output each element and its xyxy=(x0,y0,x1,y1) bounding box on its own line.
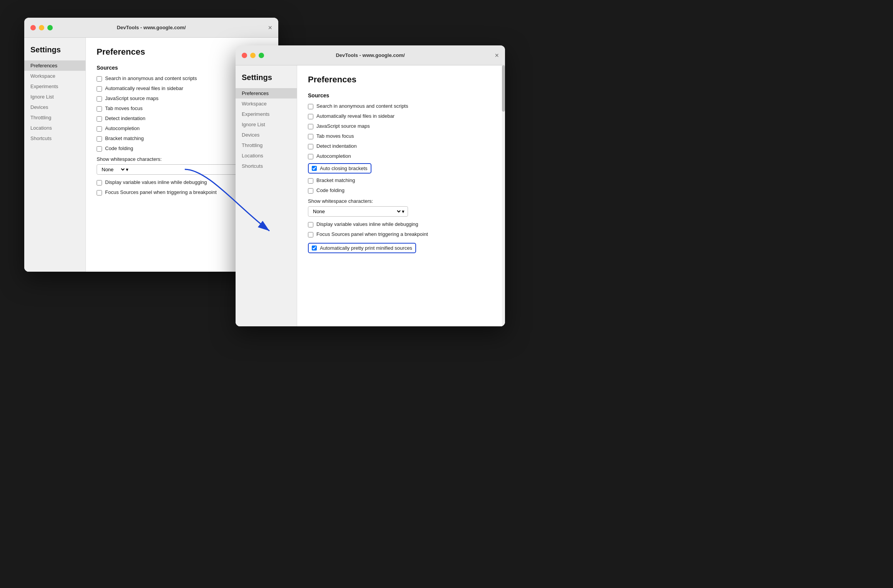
window-controls-2 xyxy=(242,53,264,58)
checkbox-tabfocus-label-2: Tab moves focus xyxy=(316,133,354,139)
checkbox-autoclosing-input-2[interactable] xyxy=(312,166,317,171)
checkbox-bracketmatch-2: Bracket matching xyxy=(308,177,494,184)
sidebar-item-experiments-2[interactable]: Experiments xyxy=(236,109,297,119)
sidebar-item-ignorelist-1[interactable]: Ignore List xyxy=(24,92,85,102)
checkbox-tabfocus-2: Tab moves focus xyxy=(308,133,494,139)
content-2: Preferences Sources Search in anonymous … xyxy=(297,65,505,326)
sidebar-item-workspace-1[interactable]: Workspace xyxy=(24,71,85,81)
whitespace-select-2[interactable]: None All Trailing xyxy=(311,208,402,215)
sidebar-item-preferences-1[interactable]: Preferences xyxy=(24,60,85,71)
maximize-button-2[interactable] xyxy=(259,53,264,58)
section-heading-2: Sources xyxy=(308,92,494,99)
checkbox-codefolding-label-2: Code folding xyxy=(316,187,344,193)
checkbox-varvalues-label-2: Display variable values inline while deb… xyxy=(316,221,418,227)
checkbox-codefolding-input-2[interactable] xyxy=(308,188,313,194)
checkbox-codefolding-2: Code folding xyxy=(308,187,494,194)
dropdown-arrow-1: ▾ xyxy=(126,167,129,172)
checkbox-anon-input-2[interactable] xyxy=(308,104,313,109)
checkbox-prettyprint-label-2: Automatically pretty print minified sour… xyxy=(320,245,412,251)
checkbox-reveal-input-2[interactable] xyxy=(308,114,313,119)
minimize-button-1[interactable] xyxy=(39,25,44,30)
checkbox-indent-input-1[interactable] xyxy=(97,116,102,122)
checkbox-varvalues-input-2[interactable] xyxy=(308,222,313,227)
checkbox-bracketmatch-input-1[interactable] xyxy=(97,136,102,142)
scrollbar-thumb-2[interactable] xyxy=(502,65,505,112)
close-button-2[interactable] xyxy=(242,53,247,58)
sidebar-2: Settings Preferences Workspace Experimen… xyxy=(236,65,297,326)
sidebar-1: Settings Preferences Workspace Experimen… xyxy=(24,38,86,272)
checkbox-tabfocus-input-1[interactable] xyxy=(97,106,102,112)
window-title-2: DevTools - www.google.com/ xyxy=(336,52,405,58)
checkbox-indent-input-2[interactable] xyxy=(308,144,313,149)
whitespace-label-2: Show whitespace characters: xyxy=(308,198,494,204)
sidebar-item-ignorelist-2[interactable]: Ignore List xyxy=(236,119,297,130)
checkbox-anon-label-1: Search in anonymous and content scripts xyxy=(105,75,197,81)
window-controls-1 xyxy=(30,25,53,30)
sidebar-item-devices-1[interactable]: Devices xyxy=(24,102,85,112)
sidebar-item-preferences-2[interactable]: Preferences xyxy=(236,88,297,99)
checkbox-varvalues-input-1[interactable] xyxy=(97,180,102,185)
checkbox-focussources-2: Focus Sources panel when triggering a br… xyxy=(308,231,494,237)
checkbox-codefolding-label-1: Code folding xyxy=(105,145,133,151)
checkbox-prettyprint-input-2[interactable] xyxy=(312,246,317,251)
window-close-x-1[interactable]: × xyxy=(268,24,272,31)
minimize-button-2[interactable] xyxy=(250,53,256,58)
checkbox-tabfocus-label-1: Tab moves focus xyxy=(105,105,143,111)
sidebar-item-locations-2[interactable]: Locations xyxy=(236,150,297,161)
sidebar-item-locations-1[interactable]: Locations xyxy=(24,123,85,133)
checkbox-bracketmatch-label-2: Bracket matching xyxy=(316,177,355,183)
checkbox-anon-2: Search in anonymous and content scripts xyxy=(308,103,494,109)
sidebar-item-shortcuts-1[interactable]: Shortcuts xyxy=(24,133,85,144)
sidebar-item-experiments-1[interactable]: Experiments xyxy=(24,81,85,92)
checkbox-anon-label-2: Search in anonymous and content scripts xyxy=(316,103,408,109)
sidebar-item-throttling-2[interactable]: Throttling xyxy=(236,140,297,150)
checkbox-reveal-2: Automatically reveal files in sidebar xyxy=(308,113,494,119)
scrollbar-track-2 xyxy=(502,65,505,326)
checkbox-autoclosing-highlighted-2: Auto closing brackets xyxy=(308,163,371,174)
close-button-1[interactable] xyxy=(30,25,36,30)
checkbox-sourcemaps-input-1[interactable] xyxy=(97,96,102,102)
sidebar-item-shortcuts-2[interactable]: Shortcuts xyxy=(236,161,297,171)
sidebar-item-devices-2[interactable]: Devices xyxy=(236,130,297,140)
checkbox-codefolding-input-1[interactable] xyxy=(97,146,102,152)
checkbox-reveal-label-2: Automatically reveal files in sidebar xyxy=(316,113,395,119)
sidebar-item-throttling-1[interactable]: Throttling xyxy=(24,112,85,123)
checkbox-indent-label-2: Detect indentation xyxy=(316,143,357,149)
window-body-2: Settings Preferences Workspace Experimen… xyxy=(236,65,505,326)
checkbox-autocomp-input-1[interactable] xyxy=(97,126,102,132)
content-title-2: Preferences xyxy=(308,75,494,85)
checkbox-sourcemaps-label-1: JavaScript source maps xyxy=(105,95,159,101)
checkbox-focussources-input-2[interactable] xyxy=(308,232,313,237)
checkbox-indent-label-1: Detect indentation xyxy=(105,115,145,121)
checkbox-sourcemaps-label-2: JavaScript source maps xyxy=(316,123,370,129)
checkbox-focussources-label-1: Focus Sources panel when triggering a br… xyxy=(105,189,217,195)
sidebar-heading-1: Settings xyxy=(24,45,85,60)
checkbox-anon-input-1[interactable] xyxy=(97,76,102,82)
titlebar-1: DevTools - www.google.com/ × xyxy=(24,18,278,38)
checkbox-sourcemaps-input-2[interactable] xyxy=(308,124,313,129)
checkbox-autocomp-label-2: Autocompletion xyxy=(316,153,351,159)
window-close-x-2[interactable]: × xyxy=(495,52,499,59)
checkbox-reveal-label-1: Automatically reveal files in sidebar xyxy=(105,85,183,91)
checkbox-autocomp-input-2[interactable] xyxy=(308,154,313,159)
checkbox-prettyprint-highlighted-2: Automatically pretty print minified sour… xyxy=(308,243,416,253)
whitespace-dropdown-2[interactable]: None All Trailing ▾ xyxy=(308,206,408,217)
checkbox-varvalues-label-1: Display variable values inline while deb… xyxy=(105,179,207,185)
window-2: DevTools - www.google.com/ × Settings Pr… xyxy=(236,45,505,326)
checkbox-bracketmatch-input-2[interactable] xyxy=(308,178,313,184)
whitespace-select-1[interactable]: None All Trailing xyxy=(100,166,126,173)
checkbox-autocomp-label-1: Autocompletion xyxy=(105,125,140,131)
checkbox-autocomp-2: Autocompletion xyxy=(308,153,494,159)
titlebar-2: DevTools - www.google.com/ × xyxy=(236,45,505,65)
checkbox-sourcemaps-2: JavaScript source maps xyxy=(308,123,494,129)
checkbox-varvalues-2: Display variable values inline while deb… xyxy=(308,221,494,227)
checkbox-bracketmatch-label-1: Bracket matching xyxy=(105,135,144,141)
dropdown-arrow-2: ▾ xyxy=(402,209,405,214)
checkbox-reveal-input-1[interactable] xyxy=(97,86,102,92)
checkbox-focussources-input-1[interactable] xyxy=(97,190,102,195)
window-title-1: DevTools - www.google.com/ xyxy=(117,25,186,30)
sidebar-item-workspace-2[interactable]: Workspace xyxy=(236,99,297,109)
checkbox-indent-2: Detect indentation xyxy=(308,143,494,149)
maximize-button-1[interactable] xyxy=(47,25,53,30)
checkbox-tabfocus-input-2[interactable] xyxy=(308,134,313,139)
